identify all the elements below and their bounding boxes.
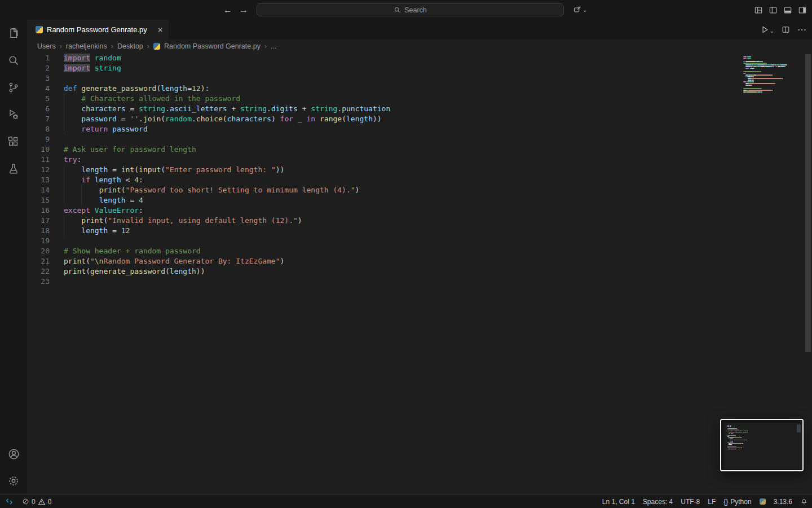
breadcrumb-item-desktop[interactable]: Desktop (117, 42, 143, 50)
breadcrumb-item-file[interactable]: Random Password Genrate.py (164, 42, 261, 50)
code-line: 3 (27, 73, 804, 84)
code-line: 22print(generate_password(length)) (27, 266, 804, 277)
line-number: 6 (27, 104, 50, 114)
code-line: 18 length = 12 (27, 226, 804, 236)
line-number: 15 (27, 195, 50, 205)
editor-scrollbar[interactable] (804, 53, 812, 494)
remote-indicator-button[interactable] (0, 495, 18, 508)
code-line: 5 # Characters allowed in the password (27, 94, 804, 104)
line-number: 17 (27, 216, 50, 226)
tab-close-button[interactable]: × (158, 25, 163, 34)
command-center-search[interactable]: Search (257, 3, 564, 16)
search-icon (7, 54, 20, 67)
run-dropdown-chevron-icon[interactable]: ⌄ (770, 28, 774, 34)
eol-button[interactable]: LF (704, 495, 720, 508)
indent-guide (64, 124, 64, 134)
python-file-icon (36, 26, 43, 33)
chevron-down-icon: ⌄ (582, 7, 587, 13)
line-number: 7 (27, 114, 50, 124)
line-number: 14 (27, 185, 50, 195)
run-python-file-button[interactable]: ⌄ (761, 25, 774, 34)
activity-search-button[interactable] (0, 47, 27, 74)
breadcrumb: Users › racheljenkins › Desktop › Random… (27, 40, 812, 53)
back-button[interactable]: ← (223, 6, 232, 15)
chevron-right-icon: › (111, 42, 113, 50)
copilot-menu-button[interactable]: ⌄ (573, 0, 587, 20)
indent-guide (64, 226, 64, 236)
account-icon (7, 448, 20, 461)
search-icon (394, 6, 401, 14)
python-interpreter-icon (760, 498, 766, 505)
indent-guide (64, 94, 64, 104)
problems-button[interactable]: 0 0 (18, 495, 55, 508)
tab-active[interactable]: Random Password Genrate.py × (27, 20, 169, 40)
screenshot-preview-image (721, 420, 802, 470)
forward-button[interactable]: → (239, 6, 248, 15)
line-number: 19 (27, 236, 50, 246)
indent-guide (64, 175, 64, 185)
line-number: 5 (27, 94, 50, 104)
more-actions-button[interactable]: ⋯ (797, 25, 806, 34)
activity-run-debug-button[interactable] (0, 101, 27, 128)
preview-code (727, 425, 748, 451)
notifications-button[interactable] (796, 495, 812, 508)
line-number: 16 (27, 205, 50, 216)
code-line: 2import string (27, 63, 804, 73)
indent-guide (64, 195, 64, 205)
code-line: 9 (27, 134, 804, 144)
error-count: 0 (32, 498, 36, 506)
code-line: 20# Show header + random password (27, 246, 804, 256)
code-line: 1import random (27, 53, 804, 63)
line-number: 9 (27, 134, 50, 144)
interpreter-version-button[interactable]: 3.13.6 (770, 495, 796, 508)
code-line: 8 return password (27, 124, 804, 134)
split-editor-button[interactable] (782, 25, 790, 34)
error-icon (22, 498, 29, 505)
screenshot-preview-thumbnail[interactable] (720, 419, 804, 471)
indentation-button[interactable]: Spaces: 4 (639, 495, 677, 508)
code-line: 17 print("Invalid input, using default l… (27, 216, 804, 226)
chevron-right-icon: › (264, 42, 267, 50)
indent-guide (81, 195, 82, 205)
line-number: 1 (27, 53, 50, 63)
scrollbar-thumb[interactable] (805, 54, 811, 352)
code-line: 15 length = 4 (27, 195, 804, 205)
line-number: 12 (27, 165, 50, 175)
code-line: 7 password = ''.join(random.choice(chara… (27, 114, 804, 124)
activity-extensions-button[interactable] (0, 128, 27, 155)
settings-button[interactable] (0, 467, 27, 494)
activity-explorer-button[interactable] (0, 20, 27, 47)
python-file-icon (153, 43, 160, 50)
language-mode-button[interactable]: {} Python (720, 495, 755, 508)
breadcrumb-item-user[interactable]: racheljenkins (66, 42, 107, 50)
warning-icon (38, 498, 46, 506)
breadcrumb-item-users[interactable]: Users (37, 42, 56, 50)
accounts-button[interactable] (0, 440, 27, 467)
line-number: 22 (27, 266, 50, 277)
customize-layout-button[interactable] (754, 6, 763, 15)
toggle-primary-sidebar-button[interactable] (769, 6, 778, 15)
breadcrumb-overflow[interactable]: ... (271, 42, 276, 50)
activity-source-control-button[interactable] (0, 74, 27, 101)
minimap[interactable] (741, 54, 804, 97)
editor-group: Random Password Genrate.py × ⌄ ⋯ Users ›… (27, 20, 812, 494)
code-line: 21print("\nRandom Password Generator By:… (27, 256, 804, 266)
language-label: Python (730, 498, 751, 506)
activity-testing-button[interactable] (0, 155, 27, 182)
toggle-secondary-sidebar-button[interactable] (798, 6, 807, 15)
code-editor[interactable]: 1import random2import string34def genera… (27, 53, 804, 494)
indent-guide (64, 185, 64, 195)
line-number: 4 (27, 84, 50, 94)
line-number: 3 (27, 73, 50, 84)
cursor-position-button[interactable]: Ln 1, Col 1 (598, 495, 639, 508)
line-number: 11 (27, 155, 50, 165)
line-number: 21 (27, 256, 50, 266)
python-interpreter-button[interactable] (756, 495, 770, 508)
indent-guide (64, 165, 64, 175)
code-line: 11try: (27, 155, 804, 165)
line-number: 18 (27, 226, 50, 236)
encoding-button[interactable]: UTF-8 (677, 495, 704, 508)
toggle-panel-button[interactable] (783, 6, 792, 15)
files-icon (7, 27, 20, 40)
beaker-icon (7, 163, 20, 175)
